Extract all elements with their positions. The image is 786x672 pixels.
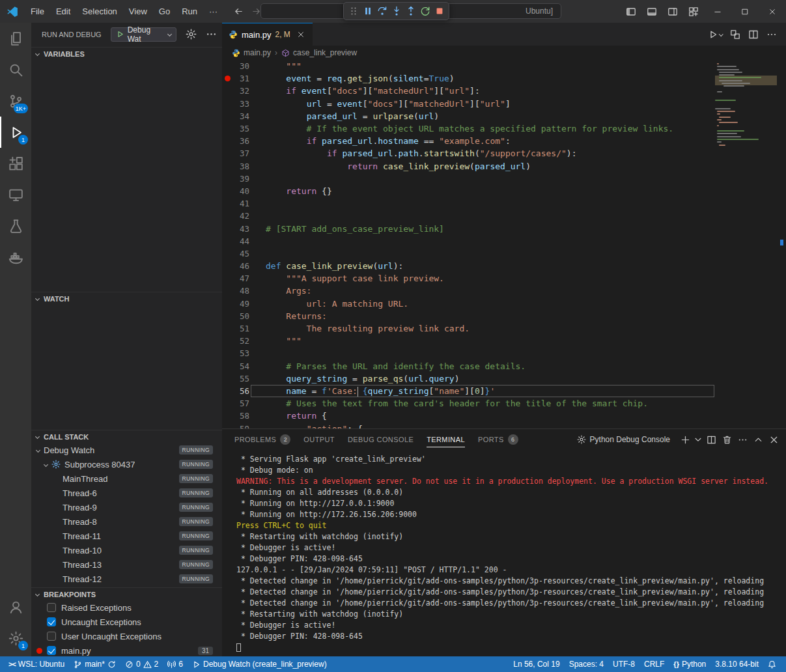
- chevron-up-icon[interactable]: [751, 432, 765, 447]
- breakpoint-checkbox[interactable]: [47, 603, 56, 612]
- menu-edit[interactable]: Edit: [50, 0, 76, 23]
- status-remote-indicator[interactable]: ><WSL: Ubuntu: [4, 656, 69, 672]
- breakpoint-item[interactable]: Raised Exceptions: [31, 600, 222, 615]
- panel-tab-debug-console[interactable]: DEBUG CONSOLE: [348, 429, 414, 450]
- code-line-58[interactable]: 58 return {: [222, 410, 786, 422]
- code-line-56[interactable]: 56 name = f'Case: {query_string["name"][…: [222, 385, 786, 397]
- breakpoint-item[interactable]: main.py31: [31, 643, 222, 656]
- menu-more[interactable]: ···: [203, 0, 223, 23]
- code-line-55[interactable]: 55 query_string = parse_qs(url.query): [222, 372, 786, 385]
- step-over-icon[interactable]: [375, 5, 389, 18]
- overview-ruler[interactable]: [777, 60, 786, 428]
- code-area[interactable]: 30 """31 event = req.get_json(silent=Tru…: [222, 60, 786, 428]
- code-line-42[interactable]: 42: [222, 210, 786, 222]
- code-line-43[interactable]: 43# [START add_ons_case_preview_link]: [222, 222, 786, 234]
- status-debug-session[interactable]: Debug Watch (create_link_preview): [188, 656, 331, 672]
- more-icon[interactable]: [735, 432, 750, 447]
- code-line-41[interactable]: 41: [222, 197, 786, 210]
- step-out-icon[interactable]: [404, 5, 417, 18]
- call-stack-item[interactable]: Subprocess 80437RUNNING: [31, 457, 222, 471]
- code-line-49[interactable]: 49 url: A matching URL.: [222, 298, 786, 310]
- breakpoints-header[interactable]: BREAKPOINTS: [31, 587, 222, 600]
- forward-icon[interactable]: [251, 7, 261, 16]
- code-line-47[interactable]: 47 """A support case link preview.: [222, 272, 786, 285]
- activity-explorer[interactable]: [0, 23, 31, 54]
- close-tab-icon[interactable]: [296, 29, 306, 40]
- open-changes-button[interactable]: [730, 29, 740, 40]
- panel-tab-output[interactable]: OUTPUT: [303, 429, 335, 450]
- menu-file[interactable]: File: [25, 0, 50, 23]
- step-into-icon[interactable]: [389, 5, 403, 18]
- minimap[interactable]: [715, 61, 777, 147]
- code-line-39[interactable]: 39: [222, 173, 786, 185]
- toggle-sidebar-icon[interactable]: [626, 7, 636, 17]
- breakpoint-checkbox[interactable]: [47, 632, 56, 641]
- terminal-output[interactable]: * Serving Flask app 'create_link_preview…: [222, 450, 786, 656]
- launch-config-dropdown[interactable]: Debug Wat: [111, 27, 176, 42]
- status-problems[interactable]: 02: [120, 656, 163, 672]
- minimize-button[interactable]: [704, 0, 731, 23]
- activity-manage[interactable]: 1: [0, 623, 31, 654]
- call-stack-item[interactable]: Thread-9RUNNING: [31, 500, 222, 514]
- code-line-32[interactable]: 32 if event["docs"]["matchedUrl"]["url"]…: [222, 85, 786, 97]
- split-icon[interactable]: [704, 432, 718, 447]
- call-stack-header[interactable]: CALL STACK: [31, 430, 222, 443]
- code-line-36[interactable]: 36 if parsed_url.hostname == "example.co…: [222, 135, 786, 147]
- activity-remote-explorer[interactable]: [0, 179, 31, 210]
- menu-run[interactable]: Run: [176, 0, 203, 23]
- breakpoint-checkbox[interactable]: [47, 617, 56, 626]
- trash-icon[interactable]: [720, 432, 734, 447]
- breadcrumb-item[interactable]: main.py: [244, 48, 271, 57]
- call-stack-item[interactable]: Thread-12RUNNING: [31, 572, 222, 586]
- start-debug-icon[interactable]: [116, 30, 124, 38]
- panel-tab-ports[interactable]: PORTS6: [478, 429, 518, 450]
- activity-run-and-debug[interactable]: 1: [0, 117, 31, 148]
- call-stack-item[interactable]: Thread-6RUNNING: [31, 486, 222, 500]
- close-icon[interactable]: [766, 432, 781, 447]
- activity-search[interactable]: [0, 54, 31, 85]
- breadcrumb-item[interactable]: case_link_preview: [293, 48, 357, 57]
- menu-go[interactable]: Go: [153, 0, 176, 23]
- run-python-file-button[interactable]: [708, 29, 723, 40]
- terminal-instance[interactable]: Python Debug Console: [577, 435, 670, 444]
- customize-layout-icon[interactable]: [688, 7, 699, 17]
- more-actions-button[interactable]: [766, 29, 777, 40]
- code-line-44[interactable]: 44: [222, 235, 786, 247]
- code-line-33[interactable]: 33 url = event["docs"]["matchedUrl"]["ur…: [222, 98, 786, 110]
- breakpoint-item[interactable]: Uncaught Exceptions: [31, 615, 222, 629]
- call-stack-item[interactable]: MainThreadRUNNING: [31, 471, 222, 486]
- status-ports-forwarded[interactable]: 6: [163, 656, 188, 672]
- code-line-59[interactable]: 59 "action": {: [222, 422, 786, 428]
- close-window-button[interactable]: [759, 0, 786, 23]
- code-line-51[interactable]: 51 The resulting preview link card.: [222, 322, 786, 335]
- status-cursor-position[interactable]: Ln 56, Col 19: [509, 656, 564, 672]
- code-line-35[interactable]: 35 # If the event object URL matches a s…: [222, 122, 786, 135]
- activity-testing[interactable]: [0, 210, 31, 242]
- back-icon[interactable]: [234, 7, 244, 16]
- pause-icon[interactable]: [361, 5, 374, 18]
- split-editor-button[interactable]: [748, 29, 759, 40]
- code-line-57[interactable]: 57 # Uses the text from the card's heade…: [222, 397, 786, 410]
- code-line-52[interactable]: 52 """: [222, 335, 786, 347]
- panel-tab-problems[interactable]: PROBLEMS2: [234, 429, 290, 450]
- maximize-button[interactable]: [731, 0, 759, 23]
- call-stack-item[interactable]: Thread-11RUNNING: [31, 529, 222, 543]
- debug-settings-icon[interactable]: [186, 29, 197, 40]
- status-eol[interactable]: CRLF: [639, 656, 669, 672]
- code-line-48[interactable]: 48 Args:: [222, 285, 786, 297]
- status-git-branch[interactable]: main*: [69, 656, 120, 672]
- code-line-45[interactable]: 45: [222, 247, 786, 260]
- code-line-50[interactable]: 50 Returns:: [222, 310, 786, 322]
- sidebar-more-icon[interactable]: [206, 29, 217, 40]
- stop-icon[interactable]: [432, 5, 446, 18]
- breakpoint-gutter[interactable]: [222, 76, 232, 81]
- activity-extensions[interactable]: [0, 148, 31, 179]
- call-stack-item[interactable]: Thread-13RUNNING: [31, 557, 222, 572]
- activity-accounts[interactable]: [0, 591, 31, 623]
- status-encoding[interactable]: UTF-8: [608, 656, 639, 672]
- chevron-down-icon[interactable]: [694, 432, 703, 447]
- code-line-38[interactable]: 38 return case_link_preview(parsed_url): [222, 160, 786, 173]
- editor-tab-main-py[interactable]: main.py 2, M: [222, 23, 313, 46]
- call-stack-item[interactable]: Thread-10RUNNING: [31, 543, 222, 557]
- code-line-54[interactable]: 54 # Parses the URL and identify the cas…: [222, 360, 786, 372]
